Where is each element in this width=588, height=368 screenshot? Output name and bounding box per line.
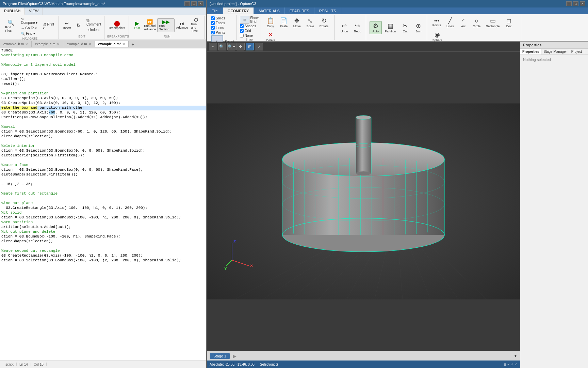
- add-tab-button[interactable]: +: [129, 41, 137, 48]
- close-tab-b[interactable]: ✕: [25, 42, 28, 46]
- code-editor[interactable]: funcE %scripting OptumG3 Monopile demo %…: [0, 48, 206, 361]
- matlab-title-text: Program Files/OptumG3-WT/Matlab Examples…: [3, 2, 105, 6]
- circle-button[interactable]: ○ Circle: [471, 16, 483, 29]
- pan-button[interactable]: ✥: [236, 43, 245, 50]
- run-advance-button[interactable]: ⏩ Run andAdvance: [143, 18, 157, 32]
- find-files-button[interactable]: 🔍 Find Files: [3, 19, 18, 33]
- lines-button[interactable]: ╱ Lines: [444, 16, 456, 29]
- optum-minimize-button[interactable]: ─: [566, 1, 572, 6]
- stage-1-button[interactable]: Stage 1: [210, 353, 230, 359]
- edit-ops-group: 📋 Copy 📄 Paste ✥ Move: [262, 15, 335, 40]
- rectangle-button[interactable]: ▭ Rectangle: [484, 16, 502, 29]
- copy-button[interactable]: 📋 Copy: [264, 16, 277, 29]
- edit-label: EDIT: [62, 34, 102, 38]
- navigate-group: 🔍 Find Files ⚖ Compare ▾ → Go To ▾ 🔍 Fin…: [1, 16, 59, 39]
- tab-results[interactable]: RESULTS: [314, 7, 341, 14]
- close-tab-d[interactable]: ✕: [88, 42, 91, 46]
- indent-button[interactable]: ⇥ Indent: [85, 27, 103, 32]
- points-checkbox-row[interactable]: Points: [211, 31, 225, 34]
- tab-publish[interactable]: PUBLISH: [0, 7, 25, 15]
- breakpoints-button[interactable]: ⬤ Breakpoints: [107, 20, 127, 31]
- insert-button[interactable]: ↵ Insert: [62, 20, 72, 31]
- comment-button[interactable]: % Comment: [85, 18, 103, 27]
- tab-project[interactable]: Project: [569, 49, 584, 55]
- points-checkbox[interactable]: [211, 31, 215, 34]
- run-button[interactable]: ▶ Run: [132, 20, 143, 31]
- box-button[interactable]: ◻ Box: [503, 16, 515, 29]
- tab-stage-manager[interactable]: Stage Manager: [541, 49, 569, 55]
- redo-button[interactable]: ↪ Redo: [352, 21, 364, 34]
- points-button[interactable]: ••• Points: [430, 17, 443, 28]
- file-tab-example-d[interactable]: example_d.m ✕: [63, 41, 95, 47]
- rotate-button[interactable]: ↻ Rotate: [317, 16, 331, 29]
- goto-button[interactable]: → Go To ▾: [19, 26, 40, 31]
- find-button[interactable]: 🔍 Find ▾: [19, 31, 40, 36]
- shapes-checkbox-row[interactable]: Shapes: [240, 24, 256, 28]
- status-ln: Ln 14: [17, 363, 31, 366]
- cut-button[interactable]: ✂ Cut: [399, 21, 411, 34]
- history-buttons: ↩ Undo ↪ Redo: [338, 16, 364, 39]
- tab-features[interactable]: FEATURES: [285, 7, 314, 14]
- 3d-viewport[interactable]: X Y Z: [207, 52, 520, 351]
- zoom-out-button[interactable]: 🔍-: [218, 43, 226, 50]
- fx-button[interactable]: fx: [73, 22, 84, 29]
- export-view-button[interactable]: ↗: [255, 43, 263, 50]
- maximize-button[interactable]: □: [191, 1, 197, 6]
- tab-view[interactable]: VIEW: [25, 7, 43, 15]
- optum-maximize-button[interactable]: □: [573, 1, 578, 6]
- tab-file[interactable]: File: [207, 7, 223, 14]
- tab-properties[interactable]: Properties: [520, 49, 541, 55]
- optum-ribbon-tabs: File GEOMETRY MATERIALS FEATURES RESULTS: [207, 7, 588, 14]
- close-button[interactable]: ✕: [198, 1, 203, 6]
- faces-checkbox-row[interactable]: Faces: [211, 21, 225, 25]
- partition-button[interactable]: ▦ Partition: [383, 21, 398, 34]
- advance-button[interactable]: ⏭ Advance: [175, 20, 189, 30]
- compare-button[interactable]: ⚖ Compare ▾: [19, 16, 40, 25]
- run-time-button[interactable]: ⏱ Run andTime: [190, 17, 202, 34]
- lines-checkbox-row[interactable]: Lines: [211, 26, 224, 30]
- join-button[interactable]: ⊕ Join: [412, 21, 425, 34]
- selection-group: Solids Faces Lines Points: [209, 15, 236, 40]
- run-advance-icon: ⏩: [147, 19, 153, 24]
- snap-group: ⊞ ShowGrid Shapes Grid None: [238, 15, 261, 40]
- svg-point-35: [356, 171, 371, 175]
- home-view-button[interactable]: ⌂: [209, 43, 217, 50]
- sphere-icon: ◉: [435, 31, 440, 39]
- breakpoints-icon: ⬤: [114, 21, 120, 26]
- optum-header: [Untitled project] - OptumG3 ─ □ ✕: [207, 0, 588, 7]
- faces-checkbox[interactable]: [211, 21, 215, 25]
- tab-materials[interactable]: MATERIALS: [254, 7, 285, 14]
- move-button[interactable]: ✥ Move: [291, 16, 303, 29]
- close-tab-a[interactable]: ✕: [122, 42, 125, 46]
- file-tab-example-c[interactable]: example_c.m ✕: [32, 41, 63, 47]
- partition-group: ⚙ Auto ▦ Partition ✂ Cut: [368, 15, 427, 40]
- lines-checkbox[interactable]: [211, 26, 215, 30]
- solids-checkbox-row[interactable]: Solids: [211, 16, 225, 20]
- none-checkbox-row[interactable]: None: [240, 34, 253, 37]
- close-tab-c[interactable]: ✕: [57, 42, 60, 46]
- arc-button[interactable]: ◜ Arc: [457, 16, 470, 29]
- grid-view-button[interactable]: ⊞: [246, 43, 254, 50]
- undo-button[interactable]: ↩ Undo: [338, 21, 350, 34]
- optum-close-button[interactable]: ✕: [580, 1, 585, 6]
- run-section-button[interactable]: ▶▶ Run Section: [157, 18, 175, 32]
- shapes-checkbox[interactable]: [240, 24, 244, 28]
- zoom-in-button[interactable]: 🔍+: [227, 43, 235, 50]
- none-checkbox[interactable]: [240, 34, 244, 37]
- rectangle-icon: ▭: [490, 17, 496, 25]
- file-tab-example-b[interactable]: example_b.m ✕: [0, 41, 32, 47]
- auto-button[interactable]: ⚙ Auto: [370, 21, 382, 34]
- grid-checkbox-row[interactable]: Grid: [240, 29, 251, 33]
- scale-button[interactable]: ⤡ Scale: [304, 16, 316, 29]
- minimize-button[interactable]: ─: [184, 1, 190, 6]
- print-button[interactable]: 🖨 Print ▾: [41, 22, 56, 31]
- solids-checkbox[interactable]: [211, 16, 215, 20]
- sphere-button[interactable]: ◉ Sphere: [430, 30, 444, 43]
- grid-checkbox[interactable]: [240, 29, 244, 33]
- tab-geometry[interactable]: GEOMETRY: [223, 7, 254, 14]
- file-tab-example-a[interactable]: example_a.m* ✕: [95, 41, 129, 47]
- paste-button[interactable]: 📄 Paste: [278, 16, 290, 29]
- delete-button[interactable]: ✕ Delete: [264, 30, 277, 43]
- show-grid-button[interactable]: ⊞: [240, 16, 249, 24]
- stage-expand-button[interactable]: ▼: [514, 354, 517, 358]
